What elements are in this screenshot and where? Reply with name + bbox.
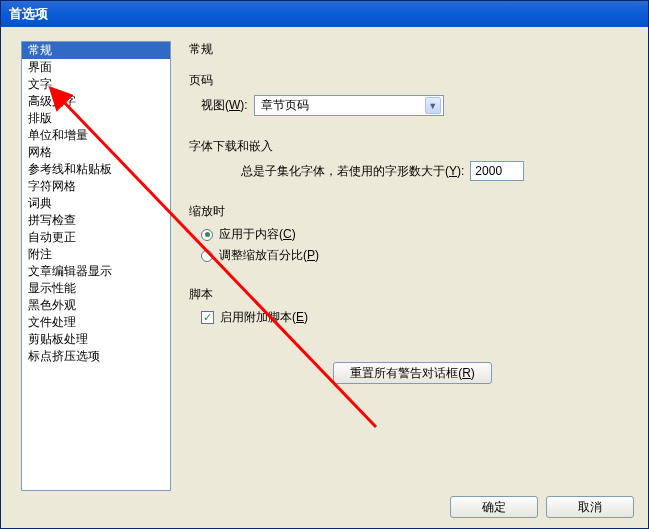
font-embed-title: 字体下载和嵌入 xyxy=(189,138,636,155)
sidebar-item-8[interactable]: 字符网格 xyxy=(22,178,170,195)
view-select-value: 章节页码 xyxy=(261,97,309,114)
section-scripts: 脚本 ✓ 启用附加脚本(E) xyxy=(189,286,636,330)
section-scaling: 缩放时 应用于内容(C) 调整缩放百分比(P) xyxy=(189,203,636,268)
view-select[interactable]: 章节页码 ▼ xyxy=(254,95,444,116)
scaling-radio-percent[interactable] xyxy=(201,250,213,262)
sidebar-item-10[interactable]: 拼写检查 xyxy=(22,212,170,229)
main-panel: 常规 页码 视图(W): 章节页码 ▼ xyxy=(189,41,636,518)
window-title: 首选项 xyxy=(9,5,48,23)
chevron-down-icon: ▼ xyxy=(425,97,441,114)
enable-scripts-checkbox[interactable]: ✓ xyxy=(201,311,214,324)
sidebar-item-11[interactable]: 自动更正 xyxy=(22,229,170,246)
reset-warnings-button[interactable]: 重置所有警告对话框(R) xyxy=(333,362,492,384)
dialog-footer: 确定 取消 xyxy=(450,496,634,518)
scaling-title: 缩放时 xyxy=(189,203,636,220)
sidebar-item-4[interactable]: 排版 xyxy=(22,110,170,127)
scaling-opt-percent-label: 调整缩放百分比(P) xyxy=(219,247,319,264)
enable-scripts-label: 启用附加脚本(E) xyxy=(220,309,308,326)
cancel-button[interactable]: 取消 xyxy=(546,496,634,518)
sidebar-item-6[interactable]: 网格 xyxy=(22,144,170,161)
scripts-title: 脚本 xyxy=(189,286,636,303)
sidebar-item-5[interactable]: 单位和增量 xyxy=(22,127,170,144)
sidebar-item-2[interactable]: 文字 xyxy=(22,76,170,93)
sidebar-item-7[interactable]: 参考线和粘贴板 xyxy=(22,161,170,178)
content-area: 常规界面文字高级文字排版单位和增量网格参考线和粘贴板字符网格词典拼写检查自动更正… xyxy=(1,27,648,528)
sidebar-item-3[interactable]: 高级文字 xyxy=(22,93,170,110)
scaling-radio-content[interactable] xyxy=(201,229,213,241)
sidebar-item-13[interactable]: 文章编辑器显示 xyxy=(22,263,170,280)
sidebar-item-16[interactable]: 文件处理 xyxy=(22,314,170,331)
ok-button[interactable]: 确定 xyxy=(450,496,538,518)
section-page-numbers: 页码 视图(W): 章节页码 ▼ xyxy=(189,72,636,120)
sidebar-item-9[interactable]: 词典 xyxy=(22,195,170,212)
panel-heading: 常规 xyxy=(189,41,636,58)
view-label: 视图(W): xyxy=(201,97,248,114)
font-embed-label: 总是子集化字体，若使用的字形数大于(Y): xyxy=(241,163,464,180)
page-numbers-title: 页码 xyxy=(189,72,636,89)
category-sidebar[interactable]: 常规界面文字高级文字排版单位和增量网格参考线和粘贴板字符网格词典拼写检查自动更正… xyxy=(21,41,171,491)
sidebar-item-14[interactable]: 显示性能 xyxy=(22,280,170,297)
sidebar-item-18[interactable]: 标点挤压选项 xyxy=(22,348,170,365)
font-embed-input[interactable]: 2000 xyxy=(470,161,524,181)
reset-row: 重置所有警告对话框(R) xyxy=(189,362,636,384)
sidebar-item-1[interactable]: 界面 xyxy=(22,59,170,76)
scaling-opt-content-label: 应用于内容(C) xyxy=(219,226,296,243)
titlebar: 首选项 xyxy=(1,1,648,27)
preferences-window: 首选项 常规界面文字高级文字排版单位和增量网格参考线和粘贴板字符网格词典拼写检查… xyxy=(0,0,649,529)
sidebar-item-17[interactable]: 剪贴板处理 xyxy=(22,331,170,348)
section-font-embed: 字体下载和嵌入 总是子集化字体，若使用的字形数大于(Y): 2000 xyxy=(189,138,636,185)
sidebar-item-12[interactable]: 附注 xyxy=(22,246,170,263)
sidebar-item-0[interactable]: 常规 xyxy=(22,42,170,59)
sidebar-item-15[interactable]: 黑色外观 xyxy=(22,297,170,314)
